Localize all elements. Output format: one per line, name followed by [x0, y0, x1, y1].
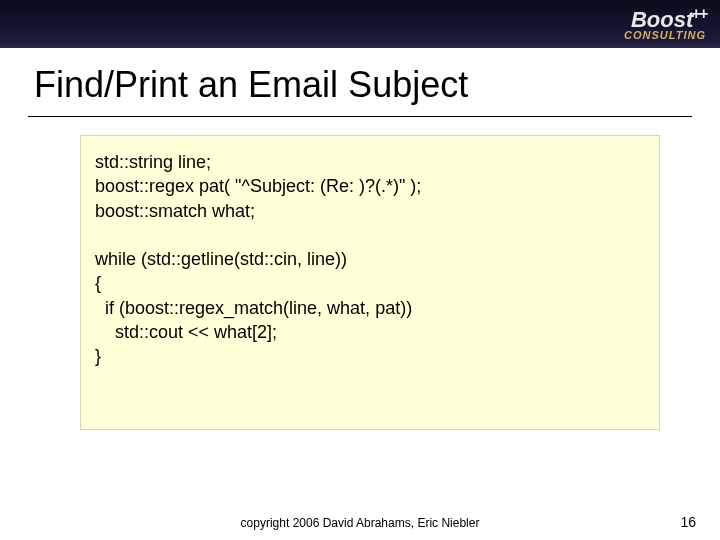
code-line: {	[95, 273, 101, 293]
logo-plus: ++	[691, 5, 706, 22]
footer-copyright: copyright 2006 David Abrahams, Eric Nieb…	[0, 516, 720, 530]
slide-title: Find/Print an Email Subject	[34, 64, 720, 106]
logo-subtitle: CONSULTING	[624, 30, 706, 41]
logo: Boost++ CONSULTING	[624, 6, 706, 41]
code-line: boost::regex pat( "^Subject: (Re: )?(.*)…	[95, 176, 421, 196]
code-line: while (std::getline(std::cin, line))	[95, 249, 347, 269]
code-line: }	[95, 346, 101, 366]
code-line: if (boost::regex_match(line, what, pat))	[95, 298, 412, 318]
code-line: boost::smatch what;	[95, 201, 255, 221]
logo-brand: Boost++	[624, 6, 706, 31]
page-number: 16	[680, 514, 696, 530]
header-bar: Boost++ CONSULTING	[0, 0, 720, 48]
code-block: std::string line; boost::regex pat( "^Su…	[80, 135, 660, 430]
title-rule	[28, 116, 692, 117]
code-line: std::cout << what[2];	[95, 322, 277, 342]
code-line: std::string line;	[95, 152, 211, 172]
